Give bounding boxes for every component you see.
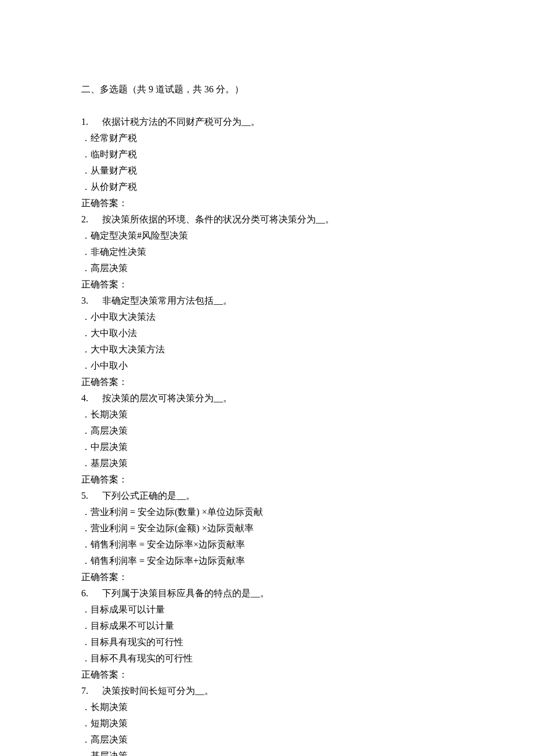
option-row: ．目标具有现实的可行性 [81,634,453,650]
option-row: ．高层决策 [81,260,453,276]
option-row: ．高层决策 [81,732,453,748]
question-stem: 3.非确定型决策常用方法包括__。 [81,293,453,309]
option-row: ．基层决策 [81,455,453,471]
option-row: ．小中取小 [81,358,453,374]
answer-label: 正确答案： [81,195,453,211]
answer-label: 正确答案： [81,667,453,683]
question-stem: 5.下列公式正确的是__。 [81,488,453,504]
question-block: 3.非确定型决策常用方法包括__。．小中取大决策法．大中取小法．大中取大决策方法… [81,293,453,390]
option-row: ．临时财产税 [81,146,453,163]
question-block: 5.下列公式正确的是__。．营业利润 = 安全边际(数量) ×单位边际贡献．营业… [81,488,453,585]
question-stem: 2.按决策所依据的环境、条件的状况分类可将决策分为__。 [81,211,453,228]
question-number: 7. [81,683,88,699]
option-row: ．长期决策 [81,406,453,423]
option-row: ．销售利润率 = 安全边际率+边际贡献率 [81,553,453,569]
question-text: 按决策的层次可将决策分为__。 [102,393,232,403]
option-row: ．长期决策 [81,699,453,715]
option-row: ．确定型决策#风险型决策 [81,228,453,244]
option-row: ．经常财产税 [81,130,453,146]
option-row: ．营业利润 = 安全边际(金额) ×边际贡献率 [81,520,453,537]
question-stem: 4.按决策的层次可将决策分为__。 [81,390,453,406]
question-stem: 7.决策按时间长短可分为__。 [81,683,453,699]
question-text: 下列属于决策目标应具备的特点的是__。 [102,588,269,598]
option-row: ．销售利润率 = 安全边际率×边际贡献率 [81,537,453,553]
option-row: ．大中取大决策方法 [81,341,453,358]
option-row: ．大中取小法 [81,325,453,341]
option-row: ．非确定性决策 [81,244,453,260]
question-block: 2.按决策所依据的环境、条件的状况分类可将决策分为__。．确定型决策#风险型决策… [81,211,453,293]
option-row: ．营业利润 = 安全边际(数量) ×单位边际贡献 [81,504,453,520]
question-text: 按决策所依据的环境、条件的状况分类可将决策分为__。 [102,214,334,224]
question-number: 6. [81,585,88,602]
question-block: 1.依据计税方法的不同财产税可分为__。．经常财产税．临时财产税．从量财产税．从… [81,114,453,211]
question-stem: 1.依据计税方法的不同财产税可分为__。 [81,114,453,130]
question-text: 依据计税方法的不同财产税可分为__。 [102,117,260,127]
answer-label: 正确答案： [81,471,453,488]
answer-label: 正确答案： [81,374,453,390]
question-number: 1. [81,114,88,130]
answer-label: 正确答案： [81,569,453,585]
option-row: ．从价财产税 [81,179,453,195]
option-row: ．从量财产税 [81,163,453,179]
question-block: 4.按决策的层次可将决策分为__。．长期决策．高层决策．中层决策．基层决策正确答… [81,390,453,488]
answer-label: 正确答案： [81,276,453,293]
question-number: 2. [81,211,88,228]
option-row: ．目标成果不可以计量 [81,618,453,634]
question-block: 7.决策按时间长短可分为__。．长期决策．短期决策．高层决策．基层决策 [81,683,453,756]
option-row: ．目标不具有现实的可行性 [81,650,453,667]
option-row: ．高层决策 [81,423,453,439]
question-text: 下列公式正确的是__。 [102,491,195,501]
option-row: ．中层决策 [81,439,453,455]
question-number: 5. [81,488,88,504]
question-stem: 6.下列属于决策目标应具备的特点的是__。 [81,585,453,602]
questions-container: 1.依据计税方法的不同财产税可分为__。．经常财产税．临时财产税．从量财产税．从… [81,114,453,756]
question-text: 决策按时间长短可分为__。 [102,686,214,696]
question-number: 4. [81,390,88,406]
question-text: 非确定型决策常用方法包括__。 [102,296,232,305]
question-number: 3. [81,293,88,309]
question-block: 6.下列属于决策目标应具备的特点的是__。．目标成果可以计量．目标成果不可以计量… [81,585,453,683]
option-row: ．基层决策 [81,748,453,756]
option-row: ．短期决策 [81,715,453,732]
option-row: ．小中取大决策法 [81,309,453,325]
section-header: 二、多选题（共 9 道试题，共 36 分。） [81,81,453,98]
option-row: ．目标成果可以计量 [81,602,453,618]
